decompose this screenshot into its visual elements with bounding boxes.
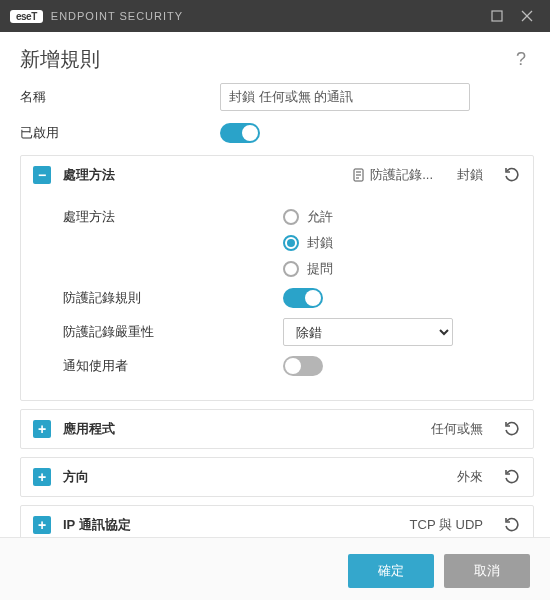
cancel-button[interactable]: 取消 <box>444 554 530 588</box>
reset-icon[interactable] <box>503 420 521 438</box>
expand-icon: + <box>33 420 51 438</box>
dialog-header: 新增規則 ? <box>0 32 550 83</box>
log-rule-label: 防護記錄規則 <box>63 289 283 307</box>
expand-icon: + <box>33 468 51 486</box>
panel-action-header[interactable]: − 處理方法 防護記錄... 封鎖 <box>21 156 533 194</box>
window-maximize-button[interactable] <box>482 0 512 32</box>
panel-protocol-header[interactable]: + IP 通訊協定 TCP 與 UDP <box>21 506 533 537</box>
panel-direction: + 方向 外來 <box>20 457 534 497</box>
ok-button[interactable]: 確定 <box>348 554 434 588</box>
reset-icon[interactable] <box>503 516 521 534</box>
notify-toggle[interactable] <box>283 356 323 376</box>
panel-protocol-summary: TCP 與 UDP <box>410 516 483 534</box>
titlebar: eseT ENDPOINT SECURITY <box>0 0 550 32</box>
panel-application-header[interactable]: + 應用程式 任何或無 <box>21 410 533 448</box>
note-icon <box>352 168 366 182</box>
panel-application: + 應用程式 任何或無 <box>20 409 534 449</box>
window-close-button[interactable] <box>512 0 542 32</box>
panel-action: − 處理方法 防護記錄... 封鎖 處理方法 允許 <box>20 155 534 401</box>
panel-direction-title: 方向 <box>63 468 457 486</box>
dialog-footer: 確定 取消 <box>0 537 550 600</box>
panel-application-title: 應用程式 <box>63 420 431 438</box>
enabled-toggle[interactable] <box>220 123 260 143</box>
severity-select[interactable]: 除錯 <box>283 318 453 346</box>
log-rule-toggle[interactable] <box>283 288 323 308</box>
panel-direction-header[interactable]: + 方向 外來 <box>21 458 533 496</box>
panel-action-title: 處理方法 <box>63 166 352 184</box>
severity-label: 防護記錄嚴重性 <box>63 323 283 341</box>
dialog-body: 名稱 已啟用 − 處理方法 防護記錄... 封鎖 處理方法 <box>0 83 550 537</box>
name-label: 名稱 <box>20 88 220 106</box>
method-label: 處理方法 <box>63 208 283 226</box>
collapse-icon: − <box>33 166 51 184</box>
product-name: ENDPOINT SECURITY <box>51 10 183 22</box>
enabled-label: 已啟用 <box>20 124 220 142</box>
radio-block[interactable]: 封鎖 <box>283 234 333 252</box>
radio-ask[interactable]: 提問 <box>283 260 333 278</box>
panel-protocol-title: IP 通訊協定 <box>63 516 410 534</box>
panel-application-summary: 任何或無 <box>431 420 483 438</box>
notify-label: 通知使用者 <box>63 357 283 375</box>
expand-icon: + <box>33 516 51 534</box>
panel-action-summary: 防護記錄... 封鎖 <box>352 166 483 184</box>
eset-logo: eseT <box>10 10 43 23</box>
help-button[interactable]: ? <box>512 49 530 70</box>
panel-protocol: + IP 通訊協定 TCP 與 UDP <box>20 505 534 537</box>
reset-icon[interactable] <box>503 468 521 486</box>
name-input[interactable] <box>220 83 470 111</box>
svg-rect-0 <box>492 11 502 21</box>
radio-allow[interactable]: 允許 <box>283 208 333 226</box>
panel-direction-summary: 外來 <box>457 468 483 486</box>
reset-icon[interactable] <box>503 166 521 184</box>
dialog-title: 新增規則 <box>20 46 512 73</box>
